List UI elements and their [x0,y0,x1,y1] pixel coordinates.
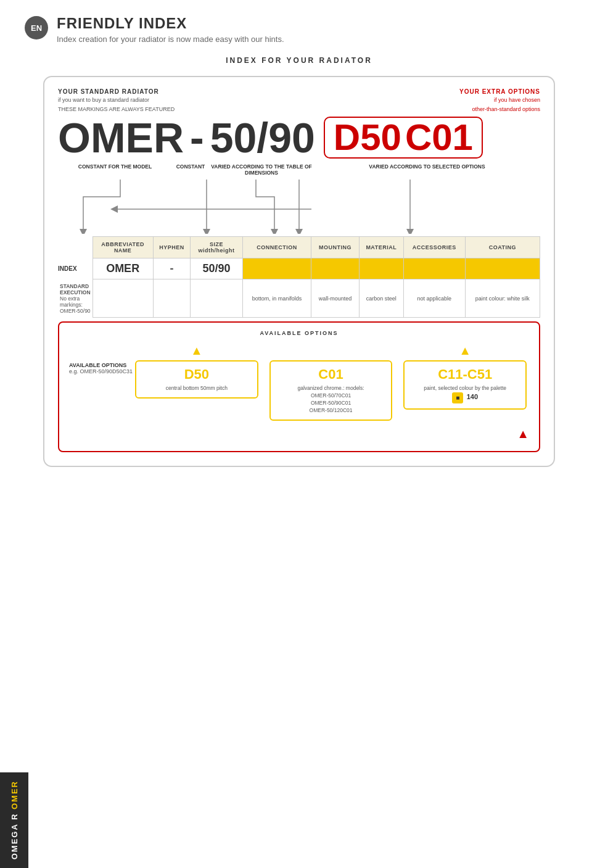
palette-swatch: ■ [452,392,463,403]
std-omer [92,279,153,318]
page-title: FRIENDLY INDEX [57,15,284,32]
th-coating: COATING [465,237,540,258]
d50-desc: central bottom 50mm pitch [141,385,252,392]
standard-label: YOUR STANDARD RADIATOR [58,88,405,95]
available-options-section: AVAILABLE OPTIONS AVAILABLE OPTIONS e.g.… [58,321,540,452]
connector-area [58,178,540,234]
th-abbr-name: ABBREVIATEDNAME [92,237,153,258]
th-material: MATERIAL [359,237,404,258]
sub-dash-label: CONSTANT [176,163,205,170]
index-omer: OMER [58,117,184,159]
d50-arrow: ▲ [133,344,261,358]
std-coating: paint colour: white silk [465,279,540,318]
th-hyphen: HYPHEN [153,237,191,258]
std-size [191,279,242,318]
index-row-size: 50/90 [191,258,242,279]
index-extra-box: D50 C01 [324,117,483,159]
index-row-mounting [311,258,359,279]
sub-labels-row: CONSTANT FOR THE MODEL CONSTANT VARIED A… [58,163,540,176]
available-options-inner: AVAILABLE OPTIONS e.g. OMER-50/90D50C31 … [69,344,529,421]
c01-option: ▲ C01 galvanized chrome.: models: OMER-5… [267,344,395,421]
d50-box: D50 central bottom 50mm pitch [135,360,258,399]
brand-omer: OMER [10,780,19,809]
sub-size-label: VARIED ACCORDING TO THE TABLE OF DIMENSI… [211,163,312,176]
index-row: INDEX OMER - 50/90 [58,258,540,279]
c01-arrow: ▲ [267,344,395,358]
c11-c51-option: ▲ C11-C51 paint, selected colour by the … [401,344,529,421]
brand-text: OMEGA R OMER [10,780,19,859]
en-badge: EN [25,16,48,39]
c11-c51-label: C11-C51 [409,366,520,382]
index-row-omer: OMER [92,258,153,279]
c01-desc: galvanized chrome.: models: OMER-50/70C0… [276,385,387,415]
c01-label: C01 [276,366,387,382]
index-row-accessories [404,258,466,279]
c11-c51-box: C11-C51 paint, selected colour by the pa… [403,360,527,410]
available-options-boxes: ▲ D50 central bottom 50mm pitch ▲ C01 [133,344,529,421]
th-size: SIZEwidth/height [191,237,242,258]
extra-sub2: other-than-standard options [405,105,540,114]
th-accessories: ACCESSORIES [404,237,466,258]
extra-label: YOUR EXTRA OPTIONS [405,88,540,95]
standard-row: STANDARD EXECUTION No extra markings: OM… [58,279,540,318]
palette-number: 140 [467,393,478,400]
section-title: INDEX FOR YOUR RADIATOR [43,56,555,65]
diagram-container: YOUR STANDARD RADIATOR if you want to bu… [43,76,555,467]
std-mounting: wall-mounted [311,279,359,318]
sub-omer-label: CONSTANT FOR THE MODEL [78,163,152,170]
standard-sub1: if you want to buy a standard radiator [58,96,405,104]
std-hyp [153,279,191,318]
index-d50: D50 [334,119,401,156]
std-ex-label: STANDARD EXECUTION No extra markings: OM… [58,279,92,318]
sub-extra-label: VARIED ACCORDING TO SELECTED OPTIONS [369,163,485,170]
index-row-hyphen: - [153,258,191,279]
d50-label: D50 [141,366,252,382]
th-connection: CONNECTION [242,237,311,258]
extra-sub1: if you have chosen [405,96,540,104]
index-display: OMER - 50/90 D50 C01 [58,117,540,159]
standard-sub2: THESE MARKINGS ARE ALWAYS FEATURED [58,105,405,114]
index-row-label: INDEX [58,258,92,279]
index-row-connection [242,258,311,279]
c11-c51-arrow: ▲ [401,344,529,358]
std-material: carbon steel [359,279,404,318]
red-arrow-up: ▲ [69,427,529,441]
bottom-brand: OMEGA R OMER [0,772,28,868]
index-row-coating [465,258,540,279]
th-empty [58,237,92,258]
index-c01: C01 [405,119,473,156]
index-size: 50/90 [210,117,315,159]
connector-svg [58,178,540,234]
c01-box: C01 galvanized chrome.: models: OMER-50/… [269,360,393,421]
std-accessories: not applicable [404,279,466,318]
available-options-left-label: AVAILABLE OPTIONS e.g. OMER-50/90D50C31 [69,344,133,374]
index-row-material [359,258,404,279]
std-connection: bottom, in manifolds [242,279,311,318]
index-dash: - [190,117,204,159]
c11-c51-desc: paint, selected colour by the palette ■ … [409,385,520,403]
th-mounting: MOUNTING [311,237,359,258]
info-table: ABBREVIATEDNAME HYPHEN SIZEwidth/height … [58,236,540,318]
page-subtitle: Index creation for your radiator is now … [57,35,284,44]
d50-option: ▲ D50 central bottom 50mm pitch [133,344,261,421]
available-options-title: AVAILABLE OPTIONS [69,330,529,336]
